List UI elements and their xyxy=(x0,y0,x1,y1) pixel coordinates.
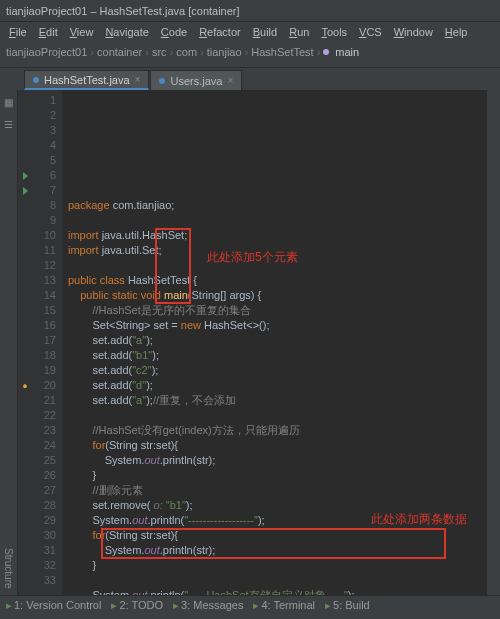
code-line-4[interactable]: import java.util.Set; xyxy=(68,243,486,258)
intention-bulb-icon[interactable]: ● xyxy=(22,381,27,391)
bottom-tool-bar: ▸1: Version Control▸2: TODO▸3: Messages▸… xyxy=(0,595,500,615)
menu-help[interactable]: Help xyxy=(440,24,473,40)
left-tool-stripe: ▦ ☰ Structure xyxy=(0,90,18,595)
close-icon[interactable]: × xyxy=(227,75,233,86)
project-tool-icon[interactable]: ▦ xyxy=(3,96,15,108)
code-line-5[interactable] xyxy=(68,258,486,273)
menu-window[interactable]: Window xyxy=(389,24,438,40)
menu-view[interactable]: View xyxy=(65,24,99,40)
class-icon xyxy=(159,78,165,84)
menu-code[interactable]: Code xyxy=(156,24,192,40)
crumb-5[interactable]: HashSetTest xyxy=(251,46,313,58)
crumb-2[interactable]: src xyxy=(152,46,167,58)
main-area: ▦ ☰ Structure ● 123456789101112131415161… xyxy=(0,90,500,595)
structure-tool-icon[interactable]: ☰ xyxy=(3,118,15,130)
class-icon xyxy=(33,77,39,83)
menu-file[interactable]: File xyxy=(4,24,32,40)
code-line-14[interactable]: set.add("a");//重复，不会添加 xyxy=(68,393,486,408)
menu-navigate[interactable]: Navigate xyxy=(100,24,153,40)
crumb-1[interactable]: container xyxy=(97,46,142,58)
code-line-8[interactable]: //HashSet是无序的不重复的集合 xyxy=(68,303,486,318)
code-line-6[interactable]: public class HashSetTest { xyxy=(68,273,486,288)
menu-bar: FileEditViewNavigateCodeRefactorBuildRun… xyxy=(0,22,500,42)
menu-vcs[interactable]: VCS xyxy=(354,24,387,40)
code-line-9[interactable]: Set<String> set = new HashSet<>(); xyxy=(68,318,486,333)
right-tool-stripe xyxy=(486,90,500,595)
code-line-7[interactable]: public static void main(String[] args) { xyxy=(68,288,486,303)
bottom-tab-build[interactable]: ▸5: Build xyxy=(325,599,370,612)
menu-run[interactable]: Run xyxy=(284,24,314,40)
bottom-tab-todo[interactable]: ▸2: TODO xyxy=(111,599,163,612)
run-gutter-icon[interactable] xyxy=(23,187,28,195)
code-line-16[interactable]: //HashSet没有get(index)方法，只能用遍历 xyxy=(68,423,486,438)
code-line-11[interactable]: set.add("b1"); xyxy=(68,348,486,363)
bottom-tab-messages[interactable]: ▸3: Messages xyxy=(173,599,243,612)
crumb-4[interactable]: tianjiao xyxy=(207,46,242,58)
menu-edit[interactable]: Edit xyxy=(34,24,63,40)
code-line-12[interactable]: set.add("c2"); xyxy=(68,363,486,378)
crumb-3[interactable]: com xyxy=(176,46,197,58)
code-line-26[interactable] xyxy=(68,573,486,588)
code-line-2[interactable] xyxy=(68,213,486,228)
editor-tabs: HashSetTest.java×Users.java× xyxy=(0,68,500,90)
structure-label[interactable]: Structure xyxy=(3,548,14,589)
code-line-20[interactable]: //删除元素 xyxy=(68,483,486,498)
tab-users-java[interactable]: Users.java× xyxy=(150,70,242,90)
close-icon[interactable]: × xyxy=(135,74,141,85)
code-line-15[interactable] xyxy=(68,408,486,423)
code-area[interactable]: 此处添加5个元素 此处添加两条数据 package com.tianjiao;i… xyxy=(62,90,486,595)
breadcrumb: tianjiaoProject01›container›src›com›tian… xyxy=(0,42,500,62)
menu-tools[interactable]: Tools xyxy=(316,24,352,40)
code-editor[interactable]: ● 12345678910111213141516171819202122232… xyxy=(18,90,486,595)
tab-hashsettest-java[interactable]: HashSetTest.java× xyxy=(24,70,149,90)
run-gutter-icon[interactable] xyxy=(23,172,28,180)
bottom-tab-version-control[interactable]: ▸1: Version Control xyxy=(6,599,101,612)
code-line-21[interactable]: set.remove( o: "b1"); xyxy=(68,498,486,513)
code-line-19[interactable]: } xyxy=(68,468,486,483)
gutter-icons: ● xyxy=(18,90,32,595)
code-line-10[interactable]: set.add("a"); xyxy=(68,333,486,348)
bottom-tab-terminal[interactable]: ▸4: Terminal xyxy=(253,599,315,612)
window-title: tianjiaoProject01 – HashSetTest.java [co… xyxy=(6,5,240,17)
code-line-27[interactable]: System.out.println("-----HashSet存储自定义对象-… xyxy=(68,588,486,595)
code-line-3[interactable]: import java.util.HashSet; xyxy=(68,228,486,243)
code-line-17[interactable]: for(String str:set){ xyxy=(68,438,486,453)
menu-refactor[interactable]: Refactor xyxy=(194,24,246,40)
line-number-gutter: 1234567891011121314151617181920212223242… xyxy=(32,90,62,595)
menu-build[interactable]: Build xyxy=(248,24,282,40)
code-line-1[interactable]: package com.tianjiao; xyxy=(68,198,486,213)
code-line-24[interactable]: System.out.println(str); xyxy=(68,543,486,558)
crumb-6[interactable]: main xyxy=(335,46,359,58)
status-bar: ▪ All files are up-to-date (8 minutes ag… xyxy=(0,615,500,619)
code-line-22[interactable]: System.out.println("------------------")… xyxy=(68,513,486,528)
crumb-0[interactable]: tianjiaoProject01 xyxy=(6,46,87,58)
code-line-23[interactable]: for(String str:set){ xyxy=(68,528,486,543)
code-line-18[interactable]: System.out.println(str); xyxy=(68,453,486,468)
code-line-13[interactable]: set.add("d"); xyxy=(68,378,486,393)
window-title-bar: tianjiaoProject01 – HashSetTest.java [co… xyxy=(0,0,500,22)
code-line-25[interactable]: } xyxy=(68,558,486,573)
